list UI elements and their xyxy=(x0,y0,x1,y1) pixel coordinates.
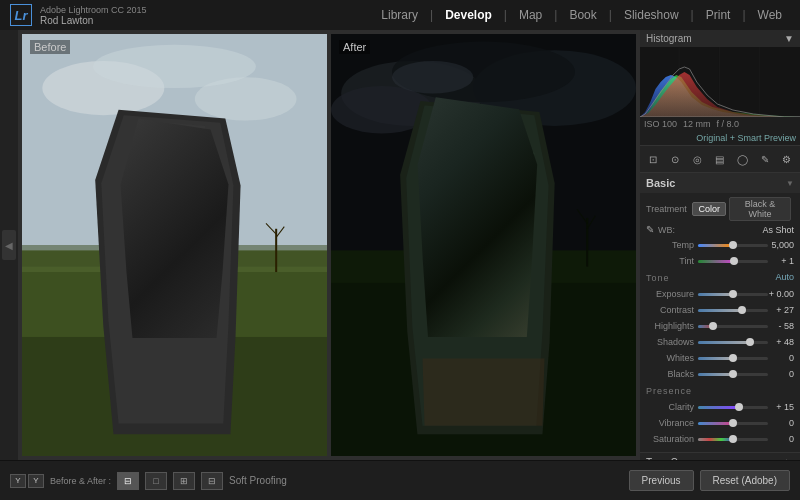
histogram-meta: ISO 100 12 mm f / 8.0 xyxy=(640,117,800,131)
right-panel: Histogram ▼ xyxy=(640,30,800,460)
temp-slider-row: Temp 5,000 xyxy=(646,238,794,252)
radial-tool[interactable]: ◯ xyxy=(733,150,751,168)
clarity-label: Clarity xyxy=(646,402,698,412)
shadows-slider-row: Shadows + 48 xyxy=(646,335,794,349)
preview-badge: Original + Smart Preview xyxy=(640,131,800,145)
highlights-slider-row: Highlights - 58 xyxy=(646,319,794,333)
redeye-tool[interactable]: ◎ xyxy=(689,150,707,168)
treatment-row: Treatment Color Black & White xyxy=(646,197,794,221)
y-toggle-2[interactable]: Y xyxy=(28,474,44,488)
nav-map[interactable]: Map xyxy=(511,4,550,26)
gradient-tool[interactable]: ▤ xyxy=(711,150,729,168)
contrast-slider[interactable] xyxy=(698,309,768,312)
before-label: Before xyxy=(30,40,70,54)
svg-marker-27 xyxy=(423,359,545,426)
histogram-toggle[interactable]: ▼ xyxy=(784,33,794,44)
tint-slider-row: Tint + 1 xyxy=(646,254,794,268)
tint-slider[interactable] xyxy=(698,260,768,263)
tone-curve-panel[interactable]: Tone Curve ▶ xyxy=(640,453,800,460)
histogram-title: Histogram xyxy=(646,33,692,44)
saturation-slider-row: Saturation 0 xyxy=(646,432,794,446)
basic-toggle-icon: ▼ xyxy=(786,179,794,188)
svg-rect-7 xyxy=(22,245,327,267)
temp-slider[interactable] xyxy=(698,244,768,247)
nav-print[interactable]: Print xyxy=(698,4,739,26)
nav-menu: Library | Develop | Map | Book | Slidesh… xyxy=(373,4,790,26)
left-panel-toggle[interactable]: ◀ xyxy=(2,230,16,260)
top-bar: Lr Adobe Lightroom CC 2015 Rod Lawton Li… xyxy=(0,0,800,30)
svg-marker-9 xyxy=(101,115,233,423)
shadows-value: + 48 xyxy=(768,337,794,347)
vibrance-slider[interactable] xyxy=(698,422,768,425)
tone-divider: Tone xyxy=(646,271,670,285)
shadows-label: Shadows xyxy=(646,337,698,347)
exposure-slider[interactable] xyxy=(698,293,768,296)
svg-point-19 xyxy=(392,61,473,93)
svg-marker-10 xyxy=(144,121,220,305)
view-vert-btn[interactable]: ⊟ xyxy=(201,472,223,490)
whites-value: 0 xyxy=(768,353,794,363)
settings-icon[interactable]: ⚙ xyxy=(778,150,796,168)
blacks-slider[interactable] xyxy=(698,373,768,376)
blacks-value: 0 xyxy=(768,369,794,379)
focal-value: 12 mm xyxy=(683,119,711,129)
tool-row: ⊡ ⊙ ◎ ▤ ◯ ✎ ⚙ xyxy=(640,146,800,173)
auto-button[interactable]: Auto xyxy=(775,272,794,282)
highlights-label: Highlights xyxy=(646,321,698,331)
nav-book[interactable]: Book xyxy=(561,4,604,26)
iso-value: ISO 100 xyxy=(644,119,677,129)
tone-curve-icon: ▶ xyxy=(786,457,794,460)
tint-label: Tint xyxy=(646,256,698,266)
app-title-block: Adobe Lightroom CC 2015 Rod Lawton xyxy=(40,5,147,26)
shadows-slider[interactable] xyxy=(698,341,768,344)
view-full-btn[interactable]: □ xyxy=(145,472,167,490)
color-button[interactable]: Color xyxy=(692,202,726,216)
eyedropper-icon[interactable]: ✎ xyxy=(646,224,658,235)
previous-button[interactable]: Previous xyxy=(629,470,694,491)
spot-removal-tool[interactable]: ⊙ xyxy=(666,150,684,168)
clarity-slider[interactable] xyxy=(698,406,768,409)
before-image xyxy=(22,34,327,456)
brush-tool[interactable]: ✎ xyxy=(756,150,774,168)
after-image xyxy=(331,34,636,456)
view-grid-btn[interactable]: ⊞ xyxy=(173,472,195,490)
svg-marker-26 xyxy=(494,131,535,207)
soft-proofing-label[interactable]: Soft Proofing xyxy=(229,475,287,486)
clarity-slider-row: Clarity + 15 xyxy=(646,400,794,414)
treatment-label: Treatment xyxy=(646,204,692,214)
contrast-label: Contrast xyxy=(646,305,698,315)
blacks-slider-row: Blacks 0 xyxy=(646,367,794,381)
highlights-slider[interactable] xyxy=(698,325,768,328)
whites-label: Whites xyxy=(646,353,698,363)
whites-slider-row: Whites 0 xyxy=(646,351,794,365)
whites-slider[interactable] xyxy=(698,357,768,360)
saturation-slider[interactable] xyxy=(698,438,768,441)
basic-panel: Basic ▼ Treatment Color Black & White ✎ … xyxy=(640,173,800,453)
aperture-value: f / 8.0 xyxy=(717,119,740,129)
main-layout: ◀ Before xyxy=(0,30,800,460)
nav-library[interactable]: Library xyxy=(373,4,426,26)
temp-label: Temp xyxy=(646,240,698,250)
temp-value: 5,000 xyxy=(768,240,794,250)
blacks-label: Blacks xyxy=(646,369,698,379)
histogram-header: Histogram ▼ xyxy=(640,30,800,47)
image-area: Before xyxy=(18,30,640,460)
bw-button[interactable]: Black & White xyxy=(729,197,791,221)
basic-panel-header[interactable]: Basic ▼ xyxy=(640,173,800,193)
histogram-section: Histogram ▼ xyxy=(640,30,800,146)
bottom-bar: Y Y Before & After : ⊟ □ ⊞ ⊟ Soft Proofi… xyxy=(0,460,800,500)
app-user: Rod Lawton xyxy=(40,15,147,26)
nav-slideshow[interactable]: Slideshow xyxy=(616,4,687,26)
crop-tool[interactable]: ⊡ xyxy=(644,150,662,168)
tone-curve-label: Tone Curve xyxy=(646,457,697,460)
basic-panel-content: Treatment Color Black & White ✎ WB: As S… xyxy=(640,193,800,452)
wb-value: As Shot xyxy=(688,225,794,235)
nav-web[interactable]: Web xyxy=(750,4,790,26)
nav-develop[interactable]: Develop xyxy=(437,4,500,26)
contrast-slider-row: Contrast + 27 xyxy=(646,303,794,317)
exposure-slider-row: Exposure + 0.00 xyxy=(646,287,794,301)
y-toggle-1[interactable]: Y xyxy=(10,474,26,488)
reset-button[interactable]: Reset (Adobe) xyxy=(700,470,790,491)
view-split-btn[interactable]: ⊟ xyxy=(117,472,139,490)
presence-divider: Presence xyxy=(646,384,794,398)
